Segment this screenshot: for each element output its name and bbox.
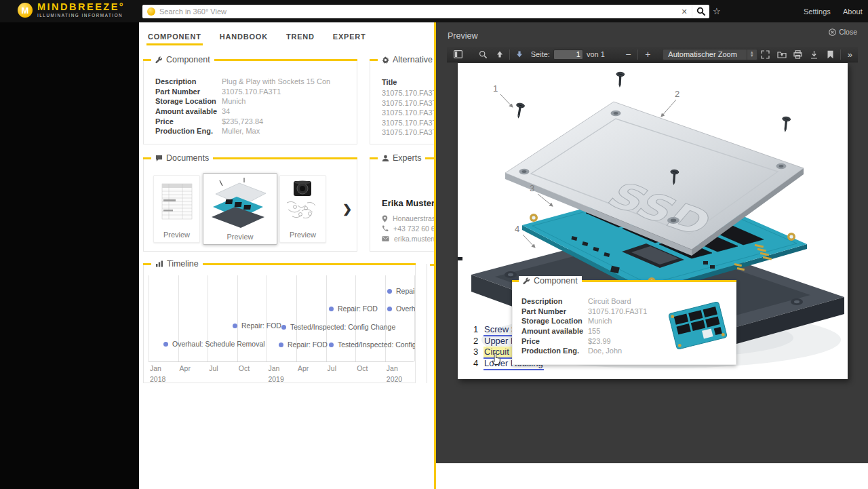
bookmark-button[interactable] <box>823 47 839 62</box>
alternative-item[interactable]: 31075.170.FA3T2 <box>382 128 435 138</box>
tab-expert[interactable]: EXPERT <box>330 31 369 45</box>
close-label: Close <box>839 28 857 36</box>
tooltip-field-value: Munich <box>588 317 612 325</box>
zoom-out-button[interactable]: − <box>620 47 636 62</box>
timeline-event-dot[interactable] <box>329 343 334 347</box>
timeline-event[interactable]: Repair: FOD <box>279 340 328 349</box>
search-input[interactable] <box>159 7 677 16</box>
timeline-event-dot[interactable] <box>281 325 286 330</box>
expert-phone-row: +43 732 60 61 <box>382 224 435 233</box>
thumbnail-preview-label[interactable]: Preview <box>154 231 199 239</box>
tooltip-field-label: Description <box>521 297 588 305</box>
sidebar-toggle-button[interactable] <box>450 47 466 62</box>
expert-name[interactable]: Erika Musterm <box>382 198 435 208</box>
timeline-event-dot[interactable] <box>279 343 283 347</box>
part-number: 1 <box>473 324 484 334</box>
component-field-label: Amount available <box>155 107 222 115</box>
favorite-star-icon[interactable]: ☆ <box>713 6 721 16</box>
print-button[interactable] <box>790 47 806 62</box>
download-icon <box>810 50 818 59</box>
timeline-event[interactable]: Overhaul: Schedule Removal <box>387 305 415 313</box>
component-field-value: 34 <box>222 107 230 115</box>
zoom-in-button[interactable]: + <box>639 47 656 62</box>
timeline-tick-year: 2019 <box>268 375 283 383</box>
timeline-tick-year: 2018 <box>150 375 165 383</box>
tooltip-field-value: 155 <box>588 327 600 335</box>
timeline-event[interactable]: Repair: FOD <box>329 305 378 313</box>
page-label: Seite: <box>531 50 550 58</box>
timeline-event-dot[interactable] <box>233 324 237 328</box>
search-icon <box>696 7 706 16</box>
alternative-item[interactable]: 31075.170.FA3T5 <box>382 99 435 109</box>
component-field-row: DescriptionPlug & Play with Sockets 15 C… <box>155 77 351 87</box>
document-thumbnail-lens-doc[interactable]: Preview <box>279 175 326 243</box>
dropdown-arrows-icon: ▲▼ <box>747 50 754 60</box>
zoom-select-dropdown[interactable]: Automatischer Zoom ▲▼ <box>663 49 757 60</box>
more-tools-button[interactable]: » <box>842 50 858 60</box>
about-link[interactable]: About <box>843 7 863 16</box>
arrow-up-icon <box>496 50 504 58</box>
timeline-gridline <box>208 275 208 361</box>
wrench-icon <box>523 277 530 285</box>
timeline-event[interactable]: Tested/Inspected: Config Change <box>281 323 395 331</box>
tooltip-field-label: Part Number <box>521 307 588 315</box>
documents-card-header: Documents <box>143 153 357 163</box>
location-pin-icon <box>382 215 388 222</box>
component-field-value: Muller, Max <box>222 127 260 135</box>
timeline-tick-year: 2020 <box>387 375 402 383</box>
documents-next-arrow[interactable]: ❯ <box>342 202 352 216</box>
tab-handbook[interactable]: HANDBOOK <box>217 31 271 45</box>
tab-component[interactable]: COMPONENT <box>145 31 204 45</box>
timeline-event-dot[interactable] <box>387 307 392 311</box>
document-thumbnail-spec-table[interactable]: Preview <box>153 175 200 243</box>
documents-card-title: Documents <box>166 153 209 163</box>
sidebar-toggle-icon <box>454 50 462 58</box>
timeline-event-label: Repair: FOD <box>338 305 378 313</box>
timeline-event-dot[interactable] <box>163 342 168 347</box>
settings-link[interactable]: Settings <box>804 7 831 16</box>
next-page-button[interactable] <box>511 47 528 62</box>
search-button[interactable] <box>692 5 709 18</box>
alternative-item[interactable]: 31075.170.FA3T6 <box>382 89 435 99</box>
table-document-preview <box>154 180 199 227</box>
thumbnail-preview-label[interactable]: Preview <box>203 233 277 241</box>
timeline-tick-month: Jan <box>150 364 161 372</box>
timeline-tick-month: Jan <box>387 364 398 372</box>
timeline-event[interactable]: Tested/Inspected: Config Change <box>329 340 415 349</box>
download-button[interactable] <box>806 47 823 62</box>
search-bar: ✕ <box>142 5 709 18</box>
lens-document-preview <box>280 178 326 226</box>
timeline-event[interactable]: Repair: FOD <box>387 287 415 295</box>
expert-email[interactable]: erika.musterma <box>394 235 435 243</box>
expert-phone[interactable]: +43 732 60 61 <box>393 224 435 233</box>
previous-page-button[interactable] <box>492 47 508 62</box>
timeline-tick-month: Jan <box>268 364 279 372</box>
presentation-mode-button[interactable] <box>757 47 774 62</box>
component-tooltip: Component DescriptionCircuit BoardPart N… <box>512 281 736 365</box>
document-thumbnail-exploded-view[interactable]: Preview <box>203 173 277 245</box>
page-number-input[interactable] <box>553 50 583 60</box>
tooltip-field-row: Storage LocationMunich <box>521 316 661 326</box>
close-preview-button[interactable]: Close <box>829 28 857 36</box>
timeline-tick-month: Jul <box>209 364 218 372</box>
timeline-event[interactable]: Overhaul: Schedule Removal <box>163 340 265 348</box>
alternative-item[interactable]: 31075.170.FA3T4 <box>382 109 435 119</box>
timeline-event-dot[interactable] <box>387 289 392 294</box>
timeline-tick-month: Apr <box>180 364 191 372</box>
alternative-card-title: Alternative C <box>393 55 435 64</box>
clear-search-icon[interactable]: ✕ <box>677 7 692 16</box>
thumbnail-preview-label[interactable]: Preview <box>280 231 326 239</box>
open-file-button[interactable] <box>774 47 790 62</box>
component-field-label: Description <box>155 77 222 85</box>
timeline-event-label: Repair: FOD <box>396 287 415 295</box>
alternative-item[interactable]: 31075.170.FA3T3 <box>382 119 435 129</box>
timeline-event-dot[interactable] <box>329 307 334 311</box>
tooltip-header: Component <box>512 276 736 286</box>
tab-trend[interactable]: TREND <box>283 31 317 45</box>
component-field-value: $235,723.84 <box>222 117 263 125</box>
timeline-event-label: Overhaul: Schedule Removal <box>396 305 415 313</box>
find-button[interactable] <box>475 47 492 62</box>
search-logo-icon <box>147 7 155 16</box>
timeline-event[interactable]: Repair: FOD <box>233 321 281 330</box>
timeline-tick-month: Oct <box>357 364 368 372</box>
